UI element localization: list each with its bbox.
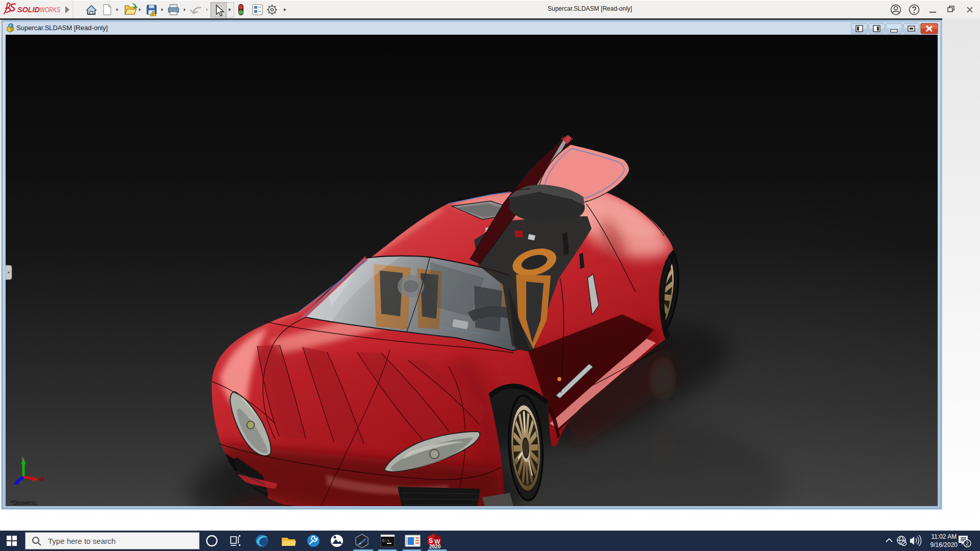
svg-text:S: S [429,537,433,544]
svg-text:*Dimetric: *Dimetric [10,499,37,506]
svg-text:Y: Y [21,457,24,462]
svg-text:2020: 2020 [429,544,441,549]
svg-text:SOLID: SOLID [17,6,40,14]
svg-text:!: ! [152,12,154,16]
svg-text:2: 2 [966,541,969,546]
svg-text:WORKS: WORKS [40,6,61,14]
svg-text:C:\: C:\ [382,538,390,543]
